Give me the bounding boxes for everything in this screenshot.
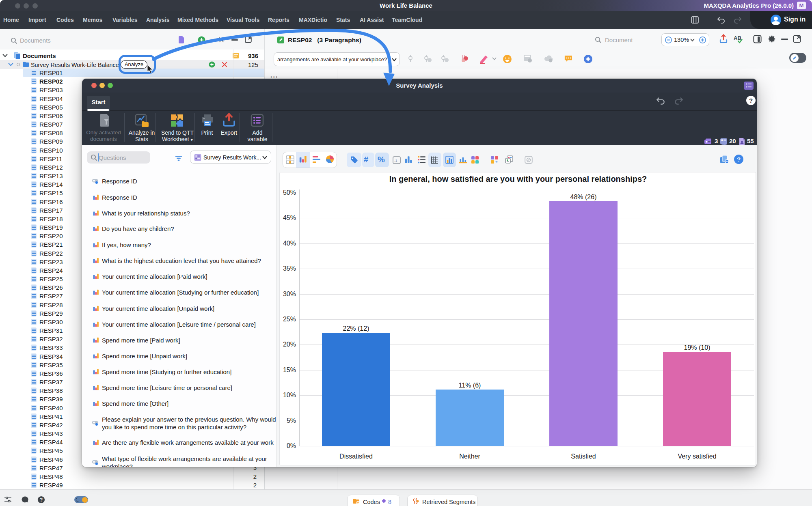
- svg-text:AB: AB: [734, 35, 741, 41]
- svg-text:.1: .1: [394, 159, 397, 163]
- svg-text:?: ?: [40, 497, 43, 503]
